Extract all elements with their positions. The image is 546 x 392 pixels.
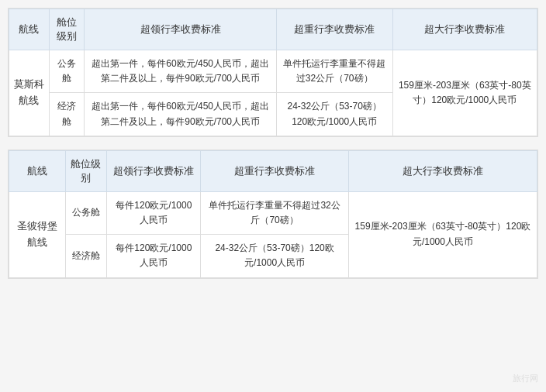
route-cell-stpete: 圣彼得堡航线	[9, 191, 66, 277]
over-weight-economy-2: 24-32公斤（53-70磅）120欧元/1000人民币	[201, 235, 349, 277]
over-size-stpete: 159厘米-203厘米（63英寸-80英寸）120欧元/1000人民币	[348, 191, 537, 277]
over-weight-economy-1: 24-32公斤（53-70磅）120欧元/1000人民币	[276, 93, 392, 136]
table-row: 莫斯科航线 公务舱 超出第一件，每件60欧元/450人民币，超出第二件及以上，每…	[9, 50, 537, 93]
header-over-size-1: 超大行李收费标准	[392, 9, 537, 50]
over-quota-economy-2: 每件120欧元/1000人民币	[107, 235, 201, 277]
over-quota-economy-1: 超出第一件，每件60欧元/450人民币，超出第二件及以上，每件90欧元/700人…	[85, 93, 276, 136]
header-route-1: 航线	[9, 9, 50, 50]
header-cabin-1: 舱位级别	[49, 9, 84, 50]
header-route-2: 航线	[9, 150, 66, 191]
table-row: 圣彼得堡航线 公务舱 每件120欧元/1000人民币 单件托运行李重量不得超过3…	[9, 191, 537, 234]
header-over-weight-1: 超重行李收费标准	[276, 9, 392, 50]
route-cell-moscow: 莫斯科航线	[9, 50, 50, 136]
over-weight-business-1: 单件托运行李重量不得超过32公斤（70磅）	[276, 50, 392, 93]
over-quota-business-2: 每件120欧元/1000人民币	[107, 191, 201, 234]
cabin-economy-1: 经济舱	[49, 93, 84, 136]
header-over-quota-1: 超领行李收费标准	[85, 9, 276, 50]
cabin-business-2: 公务舱	[65, 191, 107, 234]
stpete-section: 航线 舱位级别 超领行李收费标准 超重行李收费标准 超大行李收费标准 圣彼得堡航…	[8, 150, 538, 279]
cabin-economy-2: 经济舱	[65, 235, 107, 277]
header-over-size-2: 超大行李收费标准	[348, 150, 537, 191]
header-over-weight-2: 超重行李收费标准	[201, 150, 349, 191]
cabin-business-1: 公务舱	[49, 50, 84, 93]
moscow-table: 航线 舱位级别 超领行李收费标准 超重行李收费标准 超大行李收费标准 莫斯科航线…	[9, 9, 537, 136]
header-cabin-2: 舱位级别	[65, 150, 107, 191]
over-weight-business-2: 单件托运行李重量不得超过32公斤（70磅）	[201, 191, 349, 234]
stpete-table: 航线 舱位级别 超领行李收费标准 超重行李收费标准 超大行李收费标准 圣彼得堡航…	[9, 150, 537, 278]
moscow-section: 航线 舱位级别 超领行李收费标准 超重行李收费标准 超大行李收费标准 莫斯科航线…	[8, 8, 538, 137]
header-over-quota-2: 超领行李收费标准	[107, 150, 201, 191]
over-quota-business-1: 超出第一件，每件60欧元/450人民币，超出第二件及以上，每件90欧元/700人…	[85, 50, 276, 93]
over-size-moscow: 159厘米-203厘米（63英寸-80英寸）120欧元/1000人民币	[392, 50, 537, 136]
